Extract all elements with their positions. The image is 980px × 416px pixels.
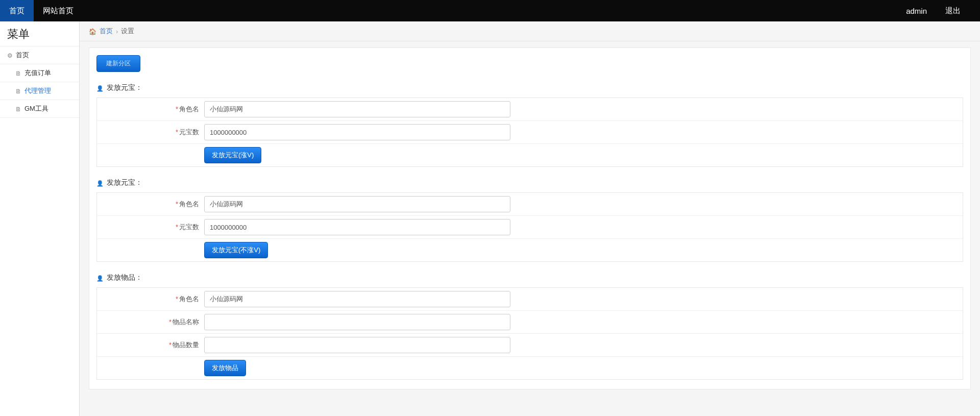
section-dispatch-item: 发放物品： *角色名 *物品名称 *物品数量 (89, 273, 970, 380)
top-navbar: 首页 网站首页 admin 退出 (0, 0, 980, 21)
form-box: *角色名 *元宝数 发放元宝(涨V) (96, 97, 963, 167)
dispatch-yuanbao-nov-button[interactable]: 发放元宝(不涨V) (204, 242, 268, 258)
section-title: 发放元宝： (96, 178, 963, 187)
section-dispatch-yuanbao-1: 发放元宝： *角色名 *元宝数 发放元宝(涨V) (89, 83, 970, 167)
section-dispatch-yuanbao-2: 发放元宝： *角色名 *元宝数 发放元宝(不涨V) (89, 178, 970, 262)
file-icon (15, 69, 21, 77)
sidebar-item-recharge[interactable]: 充值订单 (0, 64, 79, 82)
nav-home[interactable]: 首页 (0, 0, 34, 21)
dispatch-yuanbao-v-button[interactable]: 发放元宝(涨V) (204, 147, 261, 163)
section-title: 发放物品： (96, 273, 963, 282)
gear-icon (7, 52, 13, 59)
sidebar-item-label: GM工具 (24, 104, 48, 113)
itemqty-input[interactable] (204, 337, 510, 353)
yuanbao-input-1[interactable] (204, 124, 510, 140)
sidebar-item-label: 充值订单 (24, 68, 51, 78)
navbar-left: 首页 网站首页 (0, 0, 83, 21)
rolename-input-1[interactable] (204, 101, 510, 117)
file-icon (15, 87, 21, 95)
form-row-itemname: *物品名称 (97, 311, 963, 334)
file-icon (15, 105, 21, 113)
form-label: *角色名 (97, 200, 204, 209)
yuanbao-input-2[interactable] (204, 219, 510, 235)
form-label: *角色名 (97, 295, 204, 304)
form-row-rolename: *角色名 (97, 193, 963, 216)
dispatch-item-button[interactable]: 发放物品 (204, 360, 246, 376)
navbar-right: admin 退出 (897, 0, 980, 21)
form-box: *角色名 *物品名称 *物品数量 发放物品 (96, 287, 963, 380)
breadcrumb: 首页 › 设置 (80, 21, 980, 41)
user-icon (96, 179, 104, 187)
sidebar-root-label: 首页 (16, 51, 29, 60)
nav-logout[interactable]: 退出 (936, 0, 970, 21)
form-label: *元宝数 (97, 223, 204, 232)
form-row-rolename: *角色名 (97, 98, 963, 121)
itemname-input[interactable] (204, 314, 510, 330)
nav-user[interactable]: admin (897, 0, 936, 21)
sidebar-item-agent[interactable]: 代理管理 (0, 82, 79, 100)
sidebar-item-gmtool[interactable]: GM工具 (0, 100, 79, 118)
form-label: *角色名 (97, 105, 204, 114)
form-box: *角色名 *元宝数 发放元宝(不涨V) (96, 192, 963, 262)
new-partition-button[interactable]: 建新分区 (96, 55, 140, 72)
breadcrumb-sep: › (116, 28, 118, 35)
form-label: *物品名称 (97, 317, 204, 327)
form-row-itemqty: *物品数量 (97, 334, 963, 357)
nav-site-home[interactable]: 网站首页 (34, 0, 83, 21)
form-row-yuanbao: *元宝数 (97, 121, 963, 144)
section-title: 发放元宝： (96, 83, 963, 92)
sidebar-item-label: 代理管理 (24, 86, 51, 95)
user-icon (96, 274, 104, 282)
form-label: *元宝数 (97, 128, 204, 137)
content-panel: 建新分区 发放元宝： *角色名 *元宝数 (89, 47, 971, 389)
form-row-yuanbao: *元宝数 (97, 216, 963, 239)
form-row-submit: 发放物品 (97, 357, 963, 379)
home-icon (89, 28, 96, 35)
rolename-input-2[interactable] (204, 196, 510, 212)
breadcrumb-current: 设置 (121, 27, 134, 36)
breadcrumb-home-link[interactable]: 首页 (100, 27, 113, 36)
sidebar-title: 菜单 (0, 21, 79, 46)
form-row-submit: 发放元宝(不涨V) (97, 239, 963, 261)
form-row-submit: 发放元宝(涨V) (97, 144, 963, 166)
user-icon (96, 84, 104, 92)
rolename-input-3[interactable] (204, 291, 510, 307)
form-row-rolename: *角色名 (97, 288, 963, 311)
sidebar-root-home[interactable]: 首页 (0, 46, 79, 64)
sidebar: 菜单 首页 充值订单 代理管理 GM工具 (0, 21, 80, 416)
form-label: *物品数量 (97, 340, 204, 350)
main-area: 首页 › 设置 建新分区 发放元宝： *角色名 *元宝数 (80, 21, 980, 416)
